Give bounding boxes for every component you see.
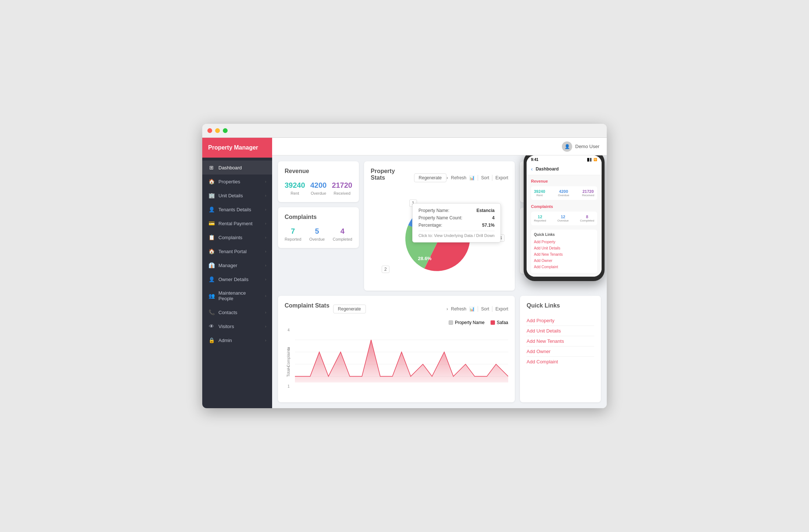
sidebar-item-rental[interactable]: 💳 Rental Payment › — [202, 216, 272, 230]
sidebar-item-label: Owner Details — [218, 277, 261, 282]
completed-label: Completed — [333, 237, 352, 241]
quick-link-add-owner[interactable]: Add Owner — [527, 346, 594, 357]
chevron-right-icon: › — [265, 324, 266, 328]
owner-icon: 👤 — [208, 276, 215, 282]
phone-completed-label: Completed — [580, 219, 594, 222]
phone-mockup: 9:41 ▐▌▌ 🛜 ‹ Dashboard — [524, 155, 605, 281]
completed-stat: 4 Completed — [333, 227, 352, 241]
reported-label: Reported — [285, 237, 301, 241]
legend-label-safaa: Safaa — [497, 320, 508, 325]
complaint-sort-button[interactable]: Sort — [481, 306, 489, 312]
complaints-icon: 📋 — [208, 234, 215, 240]
rent-value: 39240 — [285, 181, 305, 190]
sidebar-item-label: Properties — [218, 179, 261, 184]
phone-overdue-label: Overdue — [558, 194, 569, 197]
regenerate-button[interactable]: Regenerate — [414, 173, 447, 182]
complaints-stats: 7 Reported 5 Overdue 4 Completed — [285, 227, 352, 241]
phone-overdue-stat: 4200 Overdue — [558, 189, 569, 197]
portal-icon: 🏠 — [208, 248, 215, 254]
received-label: Received — [332, 191, 352, 195]
phone-screen-title: Dashboard — [536, 166, 559, 172]
phone-header: ‹ Dashboard — [527, 163, 602, 175]
bar-chart-icon: 📊 — [469, 306, 475, 312]
dashboard-content: Revenue 39240 Rent 4200 Overdue — [272, 155, 607, 408]
pie-point-label-2: 2 — [382, 266, 389, 273]
close-dot[interactable] — [207, 128, 212, 133]
complaints-title: Complaints — [285, 214, 352, 220]
chevron-right-icon: › — [265, 180, 266, 184]
complaint-regen-button[interactable]: Regenerate — [333, 305, 366, 313]
chevron-right-icon: › — [265, 310, 266, 314]
sidebar-item-visitors[interactable]: 👁 Visitors › — [202, 319, 272, 333]
phone-rent-label: Rent — [534, 194, 545, 197]
phone-reported-stat: 12 Reported — [534, 215, 546, 222]
sidebar-item-manager[interactable]: 👔 Manager › — [202, 258, 272, 272]
sidebar-item-dashboard[interactable]: ⊞ Dashboard — [202, 161, 272, 175]
quick-links-title: Quick Links — [527, 302, 594, 309]
legend-item-property: Property Name — [449, 320, 485, 325]
maximize-dot[interactable] — [223, 128, 228, 133]
titlebar — [202, 124, 607, 138]
sort-button[interactable]: Sort — [481, 175, 489, 180]
minimize-dot[interactable] — [215, 128, 220, 133]
complaint-stats-header: Complaint Stats Regenerate › Refresh 📊 S… — [285, 302, 508, 316]
comp-overdue-stat: 5 Overdue — [309, 227, 325, 241]
phone-link-add-owner[interactable]: Add Owner — [534, 258, 594, 264]
quick-link-add-tenants[interactable]: Add New Tenants — [527, 336, 594, 346]
quick-link-add-property[interactable]: Add Property — [527, 316, 594, 326]
sidebar-item-label: Admin — [218, 338, 261, 343]
divider — [478, 175, 478, 181]
chevron-right-icon: › — [265, 338, 266, 342]
reported-stat: 7 Reported — [285, 227, 301, 241]
phone-link-add-property[interactable]: Add Property — [534, 239, 594, 245]
phone-link-add-tenants[interactable]: Add New Tenants — [534, 251, 594, 258]
phone-reported-val: 12 — [534, 215, 546, 219]
sidebar-item-owner[interactable]: 👤 Owner Details › — [202, 272, 272, 286]
export-button[interactable]: Export — [495, 175, 508, 180]
quick-link-add-unit[interactable]: Add Unit Details — [527, 326, 594, 336]
tooltip-val-count: 4 — [492, 215, 495, 220]
sidebar-item-maintenance[interactable]: 👥 Maintenance People › — [202, 286, 272, 305]
divider — [492, 306, 492, 312]
manager-icon: 👔 — [208, 262, 215, 268]
sidebar-item-complaints[interactable]: 📋 Complaints › — [202, 230, 272, 244]
chevron-right-icon: › — [265, 208, 266, 212]
bar-chart-icon: 📊 — [469, 175, 475, 180]
sidebar-item-tenants[interactable]: 👤 Tenants Details › — [202, 202, 272, 216]
phone-status-icons: ▐▌▌ 🛜 — [586, 158, 597, 161]
complaint-stats-title: Complaint Stats — [285, 302, 329, 309]
rent-label: Rent — [285, 191, 305, 195]
chevron-right-icon: › — [265, 263, 266, 267]
sidebar-item-properties[interactable]: 🏠 Properties › — [202, 175, 272, 188]
sidebar-item-label: Dashboard — [218, 165, 266, 170]
sidebar-item-admin[interactable]: 🔒 Admin › — [202, 333, 272, 347]
overdue-label: Overdue — [310, 191, 327, 195]
back-icon[interactable]: ‹ — [531, 166, 533, 172]
refresh-button[interactable]: Refresh — [451, 175, 466, 180]
sidebar-item-tenant-portal[interactable]: 🏠 Tenant Portal › — [202, 244, 272, 258]
sidebar-item-unit-details[interactable]: 🏢 Unit Details › — [202, 188, 272, 202]
phone-link-add-complaint[interactable]: Add Complaint — [534, 264, 594, 270]
sidebar-item-label: Tenants Details — [218, 207, 261, 212]
properties-card: Properties 12 Vaca... 9:41 — [520, 208, 601, 274]
phone-quick-links: Quick Links Add Property Add Unit Detail… — [531, 230, 597, 273]
complaint-refresh-button[interactable]: Refresh — [451, 306, 466, 312]
main-area: 👤 Demo User Revenue 39240 Rent — [272, 138, 607, 408]
sidebar-item-label: Visitors — [218, 324, 261, 329]
phone-overdue-val: 4200 — [558, 189, 569, 194]
phone-complaints-title: Complaints — [531, 204, 597, 209]
quick-link-add-complaint[interactable]: Add Complaint — [527, 357, 594, 367]
phone-revenue-title: Revenue — [531, 179, 597, 183]
payment-icon: 💳 — [208, 220, 215, 226]
tooltip-key-name: Property Name: — [418, 208, 449, 213]
y-tick-4: 4 — [288, 328, 290, 332]
app-window: Property Manager ⊞ Dashboard 🏠 Propertie… — [202, 124, 607, 408]
sidebar-item-contacts[interactable]: 📞 Contacts › — [202, 305, 272, 319]
unit-icon: 🏢 — [208, 193, 215, 198]
phone-link-add-unit[interactable]: Add Unit Details — [534, 245, 594, 251]
phone-comp-overdue-val: 12 — [557, 215, 569, 219]
divider — [478, 306, 478, 312]
sidebar-nav: ⊞ Dashboard 🏠 Properties › 🏢 Unit Detail… — [202, 158, 272, 408]
sidebar-item-label: Contacts — [218, 310, 261, 315]
complaint-export-button[interactable]: Export — [495, 306, 508, 312]
